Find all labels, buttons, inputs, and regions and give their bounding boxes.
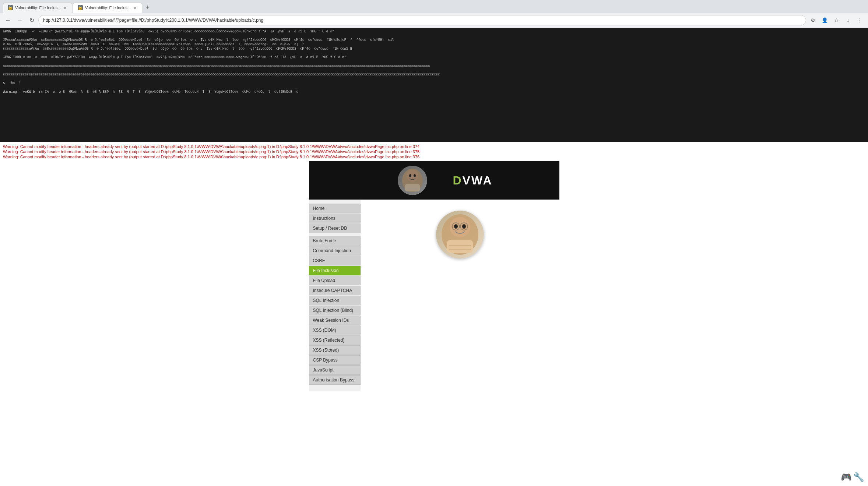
tab-favicon-1: 🔒: [8, 5, 13, 10]
warning-3: Warning: Cannot modify header informatio…: [3, 155, 865, 159]
warnings-container: Warning: Cannot modify header informatio…: [0, 142, 868, 161]
extensions-button[interactable]: ⚙: [808, 15, 818, 25]
dvwa-wrapper: DVWA Home Instructions Setup / Reset DB …: [309, 161, 559, 391]
mascot-area: [364, 203, 556, 266]
svg-point-3: [414, 174, 416, 177]
mascot-svg: [401, 168, 424, 193]
nav-item-xss-dom[interactable]: XSS (DOM): [309, 325, 361, 335]
bookmark-button[interactable]: ☆: [831, 15, 841, 25]
dvwa-logo-rest: VWA: [463, 174, 493, 187]
nav-item-authorisation-bypass[interactable]: Authorisation Bypass: [309, 375, 361, 385]
svg-point-2: [409, 174, 411, 177]
forward-button[interactable]: →: [15, 15, 25, 25]
left-nav: Home Instructions Setup / Reset DB Brute…: [309, 200, 361, 391]
tab-close-1[interactable]: ×: [63, 5, 67, 11]
refresh-button[interactable]: ↻: [27, 15, 37, 25]
svg-rect-4: [405, 184, 420, 191]
mascot-large-svg: [440, 212, 480, 257]
nav-item-csp-bypass[interactable]: CSP Bypass: [309, 355, 361, 365]
svg-rect-10: [447, 240, 473, 253]
nav-item-xss-reflected[interactable]: XSS (Reflected): [309, 335, 361, 345]
nav-item-command-injection[interactable]: Command Injection: [309, 246, 361, 256]
nav-item-instructions[interactable]: Instructions: [309, 214, 361, 223]
nav-item-brute-force[interactable]: Brute Force: [309, 236, 361, 246]
svg-point-9: [462, 224, 466, 229]
back-button[interactable]: ←: [3, 15, 13, 25]
nav-vuln-section: Brute Force Command Injection CSRF File …: [309, 236, 361, 385]
nav-item-csrf[interactable]: CSRF: [309, 256, 361, 265]
browser-chrome: 🔒 Vulnerability: File Inclus... × 🔒 Vuln…: [0, 0, 868, 28]
svg-point-8: [454, 224, 458, 229]
download-button[interactable]: ↓: [843, 15, 853, 25]
main-content: [361, 200, 559, 391]
nav-item-file-inclusion[interactable]: File Inclusion: [309, 266, 361, 275]
nav-item-file-upload[interactable]: File Upload: [309, 276, 361, 285]
nav-bar: ← → ↻ ⚙ 👤 ☆ ↓ ⋮: [0, 13, 868, 28]
nav-top-section: Home Instructions Setup / Reset DB: [309, 204, 361, 233]
dvwa-body: Home Instructions Setup / Reset DB Brute…: [309, 200, 559, 391]
nav-item-home[interactable]: Home: [309, 204, 361, 213]
menu-button[interactable]: ⋮: [855, 15, 865, 25]
tab-title-1: Vulnerability: File Inclus...: [15, 6, 61, 10]
new-tab-button[interactable]: +: [143, 2, 153, 13]
warning-1: Warning: Cannot modify header informatio…: [3, 144, 865, 149]
page-content: ‰PNG IHDR@@ ¬× ¤IDATx^ @wEY&J"BÉ 4© @@@@…: [0, 28, 868, 391]
raw-output: ‰PNG IHDR@@ ¬× ¤IDATx^ @wEY&J"BÉ 4© @@@@…: [0, 28, 868, 142]
nav-item-sql-injection[interactable]: SQL Injection: [309, 296, 361, 305]
tab-2[interactable]: 🔒 Vulnerability: File Inclus... ×: [73, 3, 142, 13]
address-bar[interactable]: [38, 15, 806, 25]
dvwa-logo-d: D: [453, 174, 463, 187]
warning-2: Warning: Cannot modify header informatio…: [3, 149, 865, 154]
tab-title-2: Vulnerability: File Inclus...: [85, 6, 131, 10]
nav-icons: ⚙ 👤 ☆ ↓ ⋮: [808, 15, 865, 25]
nav-item-xss-stored[interactable]: XSS (Stored): [309, 345, 361, 355]
dvwa-header: DVWA: [309, 161, 559, 200]
tab-favicon-2: 🔒: [78, 5, 83, 10]
dvwa-logo: DVWA: [453, 174, 493, 187]
svg-point-7: [450, 217, 470, 237]
nav-item-weak-session-ids[interactable]: Weak Session IDs: [309, 316, 361, 325]
tab-close-2[interactable]: ×: [133, 5, 137, 11]
tab-bar: 🔒 Vulnerability: File Inclus... × 🔒 Vuln…: [0, 0, 868, 13]
nav-item-sql-injection-blind[interactable]: SQL Injection (Blind): [309, 306, 361, 315]
nav-item-insecure-captcha[interactable]: Insecure CAPTCHA: [309, 286, 361, 295]
tab-1[interactable]: 🔒 Vulnerability: File Inclus... ×: [3, 3, 72, 13]
profile-button[interactable]: 👤: [819, 15, 830, 25]
nav-item-javascript[interactable]: JavaScript: [309, 365, 361, 375]
nav-item-setup-reset[interactable]: Setup / Reset DB: [309, 223, 361, 233]
